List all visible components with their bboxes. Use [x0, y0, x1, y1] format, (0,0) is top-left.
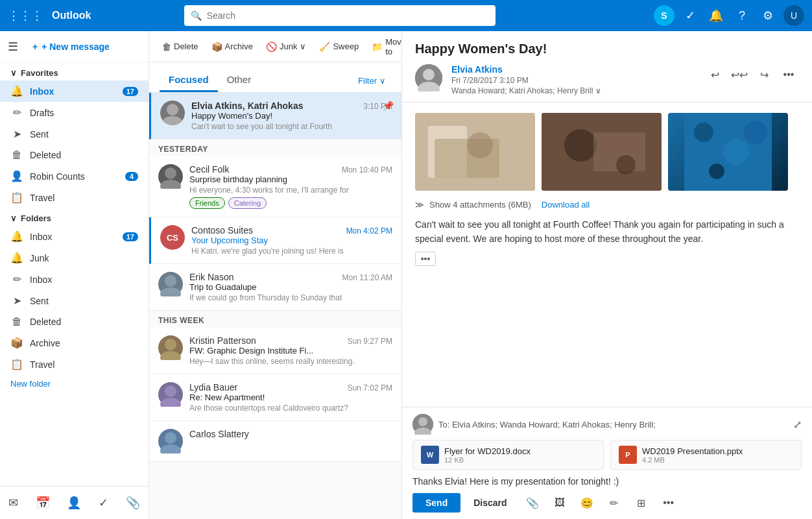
sidebar-item-robin-counts[interactable]: 👤 Robin Counts 4 — [0, 165, 149, 187]
sidebar-item-inbox-2[interactable]: ✏ Inbox — [0, 269, 149, 290]
notes-nav-icon[interactable]: 📎 — [122, 492, 144, 514]
email-header-6: Lydia Bauer Sun 7:02 PM — [189, 382, 392, 392]
email-preview-3: Hi Katri, we're glad you're joining us! … — [191, 247, 392, 256]
sidebar-item-travel-fav[interactable]: 📋 Travel — [0, 187, 149, 208]
email-subject-2: Surprise birthday planning — [189, 175, 392, 184]
sidebar-item-archive[interactable]: 📦 Archive — [0, 332, 149, 354]
more-actions-button[interactable]: ••• — [778, 64, 799, 85]
attachment-card-2[interactable]: P WD2019 Presentation.pptx 4.2 MB — [610, 440, 802, 470]
folder-inbox-badge: 17 — [123, 232, 138, 241]
forward-button[interactable]: ↪ — [754, 64, 774, 85]
archive-toolbar-icon: 📦 — [211, 42, 222, 52]
draw-button[interactable]: ✏ — [604, 493, 624, 513]
favorites-section-header[interactable]: ∨ Favorites — [0, 63, 149, 80]
sidebar-item-travel-folder[interactable]: 📋 Travel — [0, 354, 149, 375]
settings-icon[interactable]: ⚙ — [758, 5, 778, 26]
email-item-7[interactable]: Carlos Slattery — [149, 421, 401, 462]
email-preview-1: Can't wait to see you all tonight at Fou… — [191, 122, 392, 131]
email-preview-4: If we could go from Thursday to Sunday t… — [189, 293, 392, 302]
email-item-3[interactable]: CS Contoso Suites Mon 4:02 PM Your Upcom… — [149, 217, 401, 264]
filter-button[interactable]: Filter ∨ — [353, 72, 391, 90]
attachment-image-3 — [668, 113, 788, 191]
tasks-nav-icon[interactable]: ✓ — [95, 492, 112, 514]
help-icon[interactable]: ? — [732, 5, 752, 26]
email-item-1[interactable]: Elvia Atkins, Katri Ahokas 3:10 PM Happy… — [149, 93, 401, 139]
detail-sender-avatar — [415, 64, 442, 91]
email-time-2: Mon 10:40 PM — [342, 165, 392, 175]
sidebar-item-sent-folder[interactable]: ➤ Sent — [0, 290, 149, 311]
svg-point-5 — [160, 287, 181, 296]
calendar-nav-icon[interactable]: 📅 — [32, 492, 54, 514]
insert-image-button[interactable]: 🖼 — [550, 493, 569, 513]
sidebar-item-drafts[interactable]: ✏ Drafts — [0, 102, 149, 123]
svg-point-29 — [418, 417, 427, 426]
bell-icon[interactable]: 🔔 — [706, 5, 726, 26]
table-button[interactable]: ⊞ — [632, 493, 651, 513]
filter-chevron-icon: ∨ — [379, 76, 386, 86]
email-item-6[interactable]: Lydia Bauer Sun 7:02 PM Re: New Apartmen… — [149, 374, 401, 421]
email-subject-4: Trip to Guadalupe — [189, 282, 392, 292]
detail-date: Fri 7/28/2017 3:10 PM — [451, 76, 695, 85]
junk-chevron-icon: ∨ — [300, 42, 306, 51]
sweep-button[interactable]: 🧹 Sweep — [314, 38, 364, 55]
people-nav-icon[interactable]: 👤 — [63, 492, 85, 514]
reply-expand-icon[interactable]: ⤢ — [793, 418, 802, 431]
email-time-5: Sun 9:27 PM — [348, 337, 392, 346]
sidebar-top: ☰ + + New message — [0, 31, 149, 63]
search-input[interactable] — [207, 10, 489, 21]
emoji-button[interactable]: 😊 — [577, 493, 597, 513]
search-box: 🔍 — [184, 5, 496, 26]
move-to-button[interactable]: 📁 Move to ∨ — [366, 34, 402, 60]
reply-all-button[interactable]: ↩↩ — [729, 64, 750, 85]
sidebar-item-inbox-fav[interactable]: 🔔 Inbox 17 — [0, 80, 149, 102]
compose-icon: + — [32, 42, 38, 52]
email-header-3: Contoso Suites Mon 4:02 PM — [191, 225, 392, 235]
more-reply-button[interactable]: ••• — [659, 493, 678, 513]
email-item-5[interactable]: Kristin Patterson Sun 9:27 PM FW: Graphi… — [149, 328, 401, 374]
recipients-expand-icon[interactable]: ∨ — [595, 86, 601, 95]
sidebar-item-deleted-folder[interactable]: 🗑 Deleted — [0, 311, 149, 332]
user-avatar[interactable]: U — [783, 5, 804, 26]
email-header-2: Cecil Folk Mon 10:40 PM — [189, 164, 392, 175]
tab-other[interactable]: Other — [218, 69, 261, 92]
email-item-2[interactable]: Cecil Folk Mon 10:40 PM Surprise birthda… — [149, 156, 401, 217]
sidebar-item-sent-fav[interactable]: ➤ Sent — [0, 123, 149, 145]
sidebar-item-junk[interactable]: 🔔 Junk — [0, 247, 149, 269]
show-more-button[interactable]: ••• — [415, 252, 436, 266]
new-folder-link[interactable]: New folder — [0, 375, 149, 392]
svg-point-3 — [160, 180, 181, 189]
checkmark-icon[interactable]: ✓ — [680, 5, 700, 26]
svg-point-26 — [709, 163, 724, 179]
delete-button[interactable]: 🗑 Delete — [157, 38, 204, 55]
reply-button[interactable]: ↩ — [704, 64, 725, 85]
new-message-button[interactable]: + + New message — [23, 38, 119, 56]
reply-to-text: To: Elvia Atkins; Wanda Howard; Katri Ah… — [438, 420, 656, 429]
folders-section-header[interactable]: ∨ Folders — [0, 208, 149, 226]
hamburger-icon[interactable]: ☰ — [8, 40, 18, 54]
detail-sender-name[interactable]: Elvia Atkins — [451, 64, 695, 75]
archive-button[interactable]: 📦 Archive — [206, 38, 258, 55]
email-item-4[interactable]: Erik Nason Mon 11:20 AM Trip to Guadalup… — [149, 264, 401, 311]
folder-inbox-icon: 🔔 — [10, 230, 23, 243]
sidebar-item-deleted-fav[interactable]: 🗑 Deleted — [0, 145, 149, 165]
discard-button[interactable]: Discard — [466, 493, 514, 513]
move-icon: 📁 — [372, 42, 383, 52]
attachment-card-1[interactable]: W Flyer for WD2019.docx 12 KB — [412, 440, 604, 470]
download-all-link[interactable]: Download all — [542, 200, 590, 210]
attachments-row: W Flyer for WD2019.docx 12 KB P WD2019 P… — [412, 440, 802, 470]
skype-icon[interactable]: S — [654, 5, 675, 26]
deleted-2-icon: 🗑 — [10, 316, 23, 328]
attachment-1-info: Flyer for WD2019.docx 12 KB — [444, 446, 531, 464]
email-content-6: Lydia Bauer Sun 7:02 PM Re: New Apartmen… — [189, 382, 392, 413]
mail-nav-icon[interactable]: ✉ — [5, 492, 22, 514]
attachments-count[interactable]: Show 4 attachments (6MB) — [429, 200, 531, 210]
tab-focused[interactable]: Focused — [160, 69, 218, 92]
grid-icon[interactable]: ⋮⋮⋮ — [8, 8, 43, 23]
attachment-bar: ≫ Show 4 attachments (6MB) Download all — [415, 200, 799, 210]
send-button[interactable]: Send — [412, 493, 460, 513]
junk-button[interactable]: 🚫 Junk ∨ — [261, 38, 311, 55]
email-content-7: Carlos Slattery — [189, 429, 392, 453]
ppt-icon: P — [619, 446, 637, 464]
sidebar-item-inbox-folder[interactable]: 🔔 Inbox 17 — [0, 226, 149, 247]
attach-file-button[interactable]: 📎 — [523, 493, 542, 513]
